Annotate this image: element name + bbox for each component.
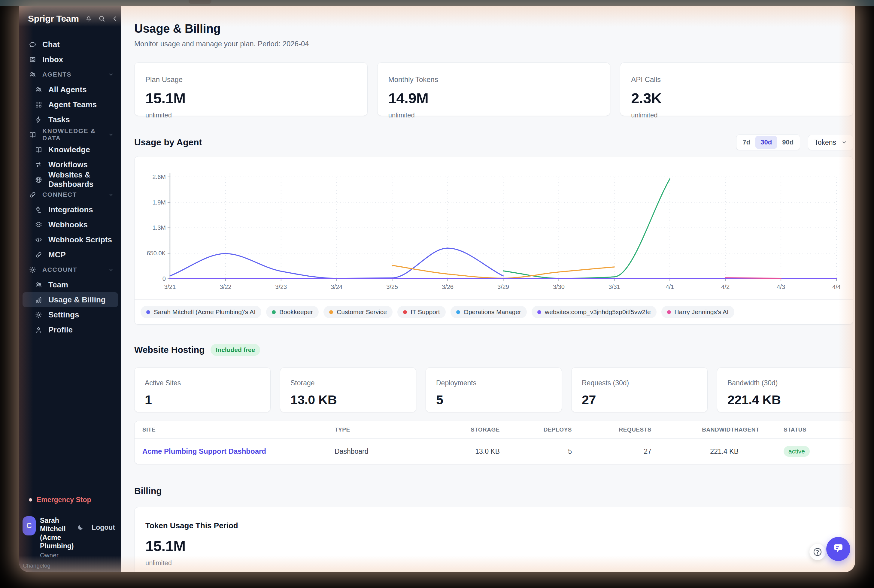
logout-button[interactable]: Logout xyxy=(91,524,115,531)
sidebar-item-team[interactable]: Team xyxy=(22,277,118,292)
page-subtitle: Monitor usage and manage your plan. Peri… xyxy=(134,40,852,48)
book-icon xyxy=(35,146,42,153)
site-link[interactable]: Acme Plumbing Support Dashboard xyxy=(142,447,334,456)
chevron-down-icon xyxy=(108,267,114,273)
billing-section-title: Billing xyxy=(134,486,852,496)
sidebar-item-inbox[interactable]: Inbox xyxy=(19,52,121,67)
dark-mode-toggle-icon[interactable] xyxy=(77,524,84,531)
legend-dot xyxy=(403,310,407,314)
hosting-card-value: 27 xyxy=(582,393,697,407)
range-option-90d[interactable]: 90d xyxy=(777,136,799,148)
sidebar-item-label: Knowledge xyxy=(48,145,90,154)
range-option-7d[interactable]: 7d xyxy=(738,136,756,148)
legend-dot xyxy=(537,310,541,314)
legend-item-bookkeeper[interactable]: Bookkeeper xyxy=(266,306,319,318)
hosting-card-requests-30d: Requests (30d)27 xyxy=(571,367,708,412)
hosting-card-value: 5 xyxy=(436,393,552,407)
users-icon xyxy=(35,86,42,93)
browser-tab[interactable] xyxy=(189,0,211,4)
sidebar-item-chat[interactable]: Chat xyxy=(19,37,121,52)
svg-text:3/31: 3/31 xyxy=(609,284,620,290)
sidebar-item-websites-dashboards[interactable]: Websites & Dashboards xyxy=(22,172,118,187)
sidebar-item-settings[interactable]: Settings xyxy=(22,307,118,322)
metric-select-value: Tokens xyxy=(814,138,836,147)
legend-item-harry-jennings-s-ai[interactable]: Harry Jennings's AI xyxy=(661,306,735,318)
column-header-site: SITE xyxy=(142,426,334,433)
sidebar-item-label: CONNECT xyxy=(42,191,102,198)
legend-item-sarah-mitchell-acme-plumbing-s-ai[interactable]: Sarah Mitchell (Acme Plumbing)'s AI xyxy=(141,306,261,318)
stat-value: 14.9M xyxy=(388,90,600,106)
sidebar-item-account[interactable]: ACCOUNT xyxy=(19,262,121,277)
bell-icon[interactable] xyxy=(85,15,92,22)
column-header-storage: STORAGE xyxy=(431,426,500,433)
page-title: Usage & Billing xyxy=(134,22,852,35)
legend-dot xyxy=(667,310,671,314)
chat-widget-button[interactable] xyxy=(826,537,850,561)
sidebar: Sprigr Team ChatInboxAGENTSAll AgentsAge… xyxy=(19,6,121,572)
legend-label: Bookkeeper xyxy=(279,308,313,316)
metric-select[interactable]: Tokens xyxy=(808,135,853,150)
link-icon xyxy=(35,251,42,259)
sidebar-header: Sprigr Team xyxy=(19,14,121,24)
usage-chart-card: 3/213/223/233/243/253/263/293/303/314/14… xyxy=(134,156,853,325)
sidebar-item-webhooks[interactable]: Webhooks xyxy=(22,217,118,232)
sidebar-item-connect[interactable]: CONNECT xyxy=(19,187,121,202)
stat-value: 2.3K xyxy=(631,90,842,106)
stat-card-monthly-tokens: Monthly Tokens14.9Munlimited xyxy=(377,63,610,116)
sidebar-item-integrations[interactable]: Integrations xyxy=(22,202,118,217)
hosting-card-value: 221.4 KB xyxy=(727,393,843,407)
sidebar-item-all-agents[interactable]: All Agents xyxy=(22,82,118,97)
site-deploys: 5 xyxy=(500,447,572,456)
sidebar-item-profile[interactable]: Profile xyxy=(22,322,118,337)
sites-table-body: Acme Plumbing Support DashboardDashboard… xyxy=(135,439,853,464)
help-button[interactable] xyxy=(810,544,826,560)
sidebar-item-tasks[interactable]: Tasks xyxy=(22,112,118,127)
svg-text:1.9M: 1.9M xyxy=(152,199,165,206)
search-icon[interactable] xyxy=(98,15,105,22)
hosting-card-deployments: Deployments5 xyxy=(426,367,562,412)
legend-item-it-support[interactable]: IT Support xyxy=(397,306,446,318)
sidebar-item-usage-billing[interactable]: Usage & Billing xyxy=(22,292,118,307)
legend-label: IT Support xyxy=(411,308,440,316)
hosting-section-title: Website Hosting xyxy=(134,345,205,355)
sites-table: SITETYPESTORAGEDEPLOYSREQUESTSBANDWIDTHA… xyxy=(134,421,853,464)
token-usage-sub: unlimited xyxy=(145,559,842,567)
legend-item-websites-comp-v3jnhdg5xp0itf5vw2fe[interactable]: websites:comp_v3jnhdg5xp0itf5vw2fe xyxy=(532,306,657,318)
collapse-sidebar-icon[interactable] xyxy=(111,15,118,22)
emergency-stop-button[interactable]: Emergency Stop xyxy=(19,496,121,504)
link-icon xyxy=(29,191,36,198)
sidebar-item-knowledge-data[interactable]: KNOWLEDGE & DATA xyxy=(19,127,121,142)
legend-item-customer-service[interactable]: Customer Service xyxy=(324,306,393,318)
sidebar-item-knowledge[interactable]: Knowledge xyxy=(22,142,118,157)
range-option-30d[interactable]: 30d xyxy=(756,136,777,148)
usage-section-title: Usage by Agent xyxy=(134,137,202,147)
sidebar-item-label: Tasks xyxy=(48,115,70,124)
svg-text:650.0K: 650.0K xyxy=(147,250,166,256)
sidebar-item-mcp[interactable]: MCP xyxy=(22,247,118,262)
browser-chrome-bar xyxy=(0,0,874,6)
stat-card-api-calls: API Calls2.3Kunlimited xyxy=(620,63,853,116)
sidebar-item-workflows[interactable]: Workflows xyxy=(22,157,118,172)
changelog-link[interactable]: Changelog xyxy=(19,560,121,569)
column-header-requests: REQUESTS xyxy=(572,426,651,433)
sidebar-item-label: Agent Teams xyxy=(48,100,97,109)
stat-label: Monthly Tokens xyxy=(388,75,600,84)
sidebar-item-agent-teams[interactable]: Agent Teams xyxy=(22,97,118,112)
hosting-card-label: Bandwidth (30d) xyxy=(727,379,843,387)
globe-icon xyxy=(35,176,42,183)
svg-text:1.3M: 1.3M xyxy=(152,224,165,231)
user-block: C Sarah Mitchell (Acme Plumbing) Owner L… xyxy=(19,514,121,560)
user-icon xyxy=(35,326,42,334)
sidebar-item-label: Inbox xyxy=(42,55,63,64)
sidebar-item-webhook-scripts[interactable]: Webhook Scripts xyxy=(22,232,118,247)
workflow-icon xyxy=(35,161,42,168)
legend-dot xyxy=(272,310,276,314)
hosting-card-value: 13.0 KB xyxy=(291,393,406,407)
legend-item-operations-manager[interactable]: Operations Manager xyxy=(451,306,527,318)
site-type: Dashboard xyxy=(334,447,431,456)
chart-legend: Sarah Mitchell (Acme Plumbing)'s AIBookk… xyxy=(135,299,853,324)
emergency-stop-label: Emergency Stop xyxy=(37,496,91,504)
users-icon xyxy=(35,281,42,289)
chevron-down-icon xyxy=(841,140,847,145)
sidebar-item-agents[interactable]: AGENTS xyxy=(19,67,121,82)
